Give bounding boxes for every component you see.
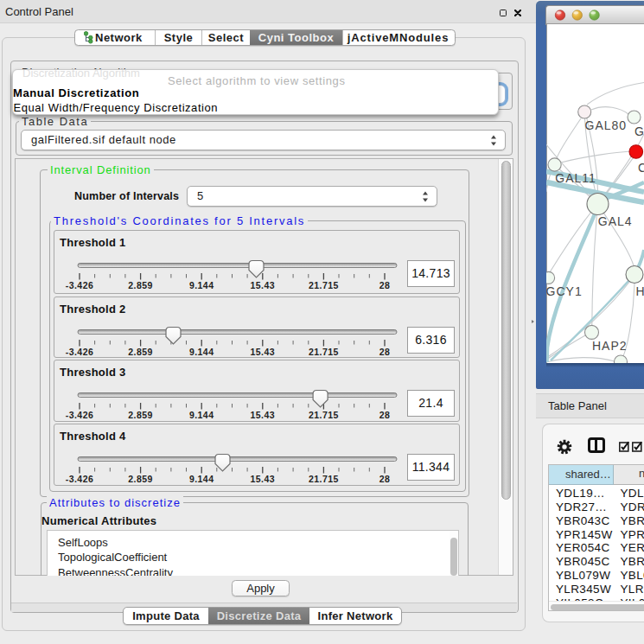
svg-text:GAL4: GAL4	[598, 214, 633, 228]
svg-text:GAL80: GAL80	[585, 118, 628, 132]
svg-text:GA: GA	[634, 124, 644, 138]
svg-text:GAL11: GAL11	[555, 171, 596, 185]
svg-text:GCY1: GCY1	[546, 284, 583, 298]
svg-text:C: C	[638, 161, 644, 175]
svg-text:HAP2: HAP2	[592, 339, 628, 353]
svg-text:H: H	[636, 284, 644, 298]
